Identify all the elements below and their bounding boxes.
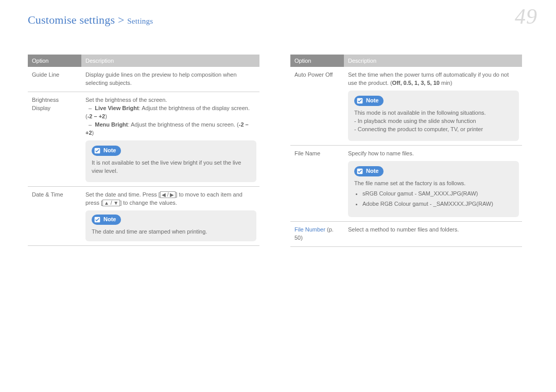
breadcrumb: Customise settings > Settings xyxy=(28,13,528,27)
page-number: 49 xyxy=(515,4,537,29)
table-row: File Number (p. 50) Select a method to n… xyxy=(290,222,522,247)
table-row: Auto Power Off Set the time when the pow… xyxy=(290,67,522,145)
file-number-link[interactable]: File Number xyxy=(294,226,325,233)
left-right-icon: ◀ / ▶ xyxy=(160,191,176,198)
opt-file-number: File Number (p. 50) xyxy=(290,222,344,247)
col-head-option: Option xyxy=(28,55,81,67)
opt-guide-line-desc: Display guide lines on the preview to he… xyxy=(81,67,259,92)
note-pill: Note xyxy=(354,166,384,176)
col-head-description: Description xyxy=(81,55,259,67)
note-text: The date and time are stamped when print… xyxy=(92,228,250,236)
breadcrumb-sub: Settings xyxy=(127,17,153,25)
breadcrumb-sep: > xyxy=(118,13,125,26)
col-head-description: Description xyxy=(344,55,522,67)
table-row: Brightness Display Set the brightness of… xyxy=(28,92,259,187)
note-box-icon xyxy=(93,147,101,155)
up-down-icon: ▲ / ▼ xyxy=(102,200,120,206)
opt-file-name-desc: Specify how to name files. Note The file… xyxy=(344,145,522,222)
note-box-icon xyxy=(356,97,364,105)
note-box-icon xyxy=(356,167,364,175)
opt-auto-power-off-desc: Set the time when the power turns off au… xyxy=(344,67,522,145)
opt-file-number-desc: Select a method to number files and fold… xyxy=(344,222,522,247)
opt-auto-power-off: Auto Power Off xyxy=(290,67,344,145)
note-text: The file name set at the factory is as f… xyxy=(354,180,513,208)
note-text: It is not available to set the live view… xyxy=(92,159,250,175)
opt-date-time: Date & Time xyxy=(28,187,81,246)
col-head-option: Option xyxy=(290,55,344,67)
opt-file-name: File Name xyxy=(290,145,344,222)
opt-brightness: Brightness Display xyxy=(28,92,81,187)
table-row: Date & Time Set the date and time. Press… xyxy=(28,187,259,246)
note-box-icon xyxy=(93,216,101,224)
note-pill: Note xyxy=(354,96,384,106)
note-pill: Note xyxy=(92,215,121,225)
right-column: Option Description Auto Power Off Set th… xyxy=(290,55,522,247)
opt-date-time-desc: Set the date and time. Press [◀ / ▶] to … xyxy=(81,187,259,246)
table-row: Guide Line Display guide lines on the pr… xyxy=(28,67,259,92)
note-text: This mode is not available in the follow… xyxy=(354,109,513,134)
table-row: File Name Specify how to name files. Not… xyxy=(290,145,522,222)
opt-brightness-desc: Set the brightness of the screen. – Live… xyxy=(81,92,259,187)
breadcrumb-main: Customise settings xyxy=(28,13,115,26)
opt-guide-line: Guide Line xyxy=(28,67,81,92)
left-column: Option Description Guide Line Display gu… xyxy=(28,55,259,247)
note-pill: Note xyxy=(92,146,121,156)
